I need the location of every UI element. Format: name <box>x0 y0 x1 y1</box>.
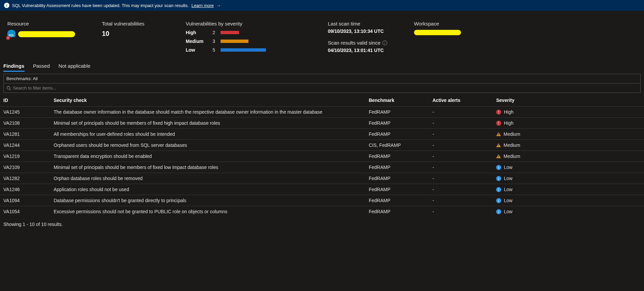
cell-security-check: Application roles should not be used <box>50 184 365 195</box>
table-row[interactable]: VA2109Minimal set of principals should b… <box>0 162 644 173</box>
tab-findings[interactable]: Findings <box>3 61 24 72</box>
cell-id: VA1054 <box>0 206 50 217</box>
cell-active-alerts: - <box>429 162 493 173</box>
header-severity[interactable]: Severity <box>493 94 644 107</box>
table-row[interactable]: VA1281All memberships for user-defined r… <box>0 129 644 140</box>
benchmark-dropdown[interactable]: Benchmarks: All <box>3 74 641 83</box>
cell-severity: iLow <box>493 206 644 217</box>
cell-id: VA1282 <box>0 173 50 184</box>
cell-security-check: Minimal set of principals should be memb… <box>50 162 365 173</box>
workspace-name-redacted <box>414 30 461 35</box>
tab-not-applicable[interactable]: Not applicable <box>59 61 91 72</box>
workspace-label: Workspace <box>414 21 461 26</box>
cell-security-check: Transparent data encryption should be en… <box>50 151 365 162</box>
cell-benchmark: FedRAMP <box>365 151 429 162</box>
total-vulns-block: Total vulnerabilities 10 <box>102 21 159 38</box>
learn-more-link[interactable]: Learn more <box>191 3 214 8</box>
table-row[interactable]: VA1054Excessive permissions should not b… <box>0 206 644 217</box>
cell-benchmark: FedRAMP <box>365 118 429 129</box>
tab-passed[interactable]: Passed <box>33 61 50 72</box>
severity-block-label: Vulnerabilities by severity <box>186 21 301 26</box>
cell-severity: !High <box>493 118 644 129</box>
resource-label: Resource <box>7 21 75 26</box>
severity-low-bar <box>221 48 266 52</box>
table-row[interactable]: VA1244Orphaned users should be removed f… <box>0 140 644 151</box>
search-icon <box>6 86 11 91</box>
cell-security-check: Excessive permissions should not be gran… <box>50 206 365 217</box>
table-row[interactable]: VA1094Database permissions shouldn't be … <box>0 195 644 206</box>
header-benchmark[interactable]: Benchmark <box>365 94 429 107</box>
severity-medium-bar <box>221 40 248 43</box>
table-row[interactable]: VA2108Minimal set of principals should b… <box>0 118 644 129</box>
severity-low-icon: i <box>496 165 501 170</box>
table-row[interactable]: VA1282Orphan database roles should be re… <box>0 173 644 184</box>
severity-block: Vulnerabilities by severity High 2 Mediu… <box>186 21 301 53</box>
cell-active-alerts: - <box>429 151 493 162</box>
summary-row: Resource SQL ! Total vulnerabilities 10 … <box>0 11 644 60</box>
cell-security-check: Orphan database roles should be removed <box>50 173 365 184</box>
header-active-alerts[interactable]: Active alerts <box>429 94 493 107</box>
warning-triangle-icon <box>496 132 501 136</box>
valid-since-label: Scan results valid since i <box>328 40 387 46</box>
cell-severity: Medium <box>493 151 644 162</box>
info-outline-icon[interactable]: i <box>383 41 387 45</box>
header-security-check[interactable]: Security check <box>50 94 365 107</box>
cell-security-check: The database owner information in the da… <box>50 107 365 118</box>
severity-low-label: Low <box>186 47 213 53</box>
header-id[interactable]: ID <box>0 94 50 107</box>
cell-severity: iLow <box>493 173 644 184</box>
severity-high-label: High <box>186 30 213 35</box>
total-vulns-label: Total vulnerabilities <box>102 21 159 26</box>
cell-benchmark: FedRAMP <box>365 173 429 184</box>
severity-low-icon: i <box>496 209 501 214</box>
resource-name-redacted <box>18 31 75 37</box>
cell-severity: Medium <box>493 129 644 140</box>
last-scan-label: Last scan time <box>328 21 387 26</box>
cell-severity: iLow <box>493 195 644 206</box>
cell-severity: !High <box>493 107 644 118</box>
cell-active-alerts: - <box>429 129 493 140</box>
table-row[interactable]: VA1219Transparent data encryption should… <box>0 151 644 162</box>
total-vulns-value: 10 <box>102 30 159 38</box>
cell-security-check: Database permissions shouldn't be grante… <box>50 195 365 206</box>
severity-high-icon: ! <box>496 121 501 126</box>
tabs: Findings Passed Not applicable <box>0 60 644 72</box>
cell-benchmark: FedRAMP <box>365 184 429 195</box>
cell-active-alerts: - <box>429 107 493 118</box>
cell-benchmark: FedRAMP <box>365 195 429 206</box>
cell-id: VA1219 <box>0 151 50 162</box>
cell-severity: Medium <box>493 140 644 151</box>
table-header-row: ID Security check Benchmark Active alert… <box>0 94 644 107</box>
findings-table: ID Security check Benchmark Active alert… <box>0 94 644 217</box>
severity-low-icon: i <box>496 198 501 203</box>
arrow-right-icon: → <box>217 3 221 8</box>
info-icon: i <box>4 3 9 8</box>
cell-id: VA1094 <box>0 195 50 206</box>
cell-severity: iLow <box>493 162 644 173</box>
sql-database-icon: SQL ! <box>7 30 16 39</box>
results-footer: Showing 1 - 10 of 10 results. <box>0 217 644 232</box>
search-row <box>3 83 641 93</box>
cell-id: VA1244 <box>0 140 50 151</box>
resource-item[interactable]: SQL ! <box>7 30 75 39</box>
table-row[interactable]: VA1245The database owner information in … <box>0 107 644 118</box>
severity-low-icon: i <box>496 187 501 192</box>
severity-low-count: 5 <box>213 47 221 53</box>
cell-benchmark: FedRAMP <box>365 162 429 173</box>
severity-high-count: 2 <box>213 30 221 35</box>
table-row[interactable]: VA1246Application roles should not be us… <box>0 184 644 195</box>
severity-high-bar <box>221 31 239 34</box>
cell-id: VA1246 <box>0 184 50 195</box>
search-input[interactable] <box>13 85 638 91</box>
banner-text: SQL Vulnerability Assessment rules have … <box>12 3 189 8</box>
severity-low-icon: i <box>496 176 501 181</box>
warning-triangle-icon <box>496 154 501 158</box>
cell-id: VA1245 <box>0 107 50 118</box>
cell-security-check: All memberships for user-defined roles s… <box>50 129 365 140</box>
notification-banner: i SQL Vulnerability Assessment rules hav… <box>0 0 644 11</box>
svg-point-0 <box>7 86 10 89</box>
warning-triangle-icon <box>496 143 501 147</box>
cell-benchmark: FedRAMP <box>365 129 429 140</box>
cell-benchmark: CIS, FedRAMP <box>365 140 429 151</box>
cell-active-alerts: - <box>429 195 493 206</box>
